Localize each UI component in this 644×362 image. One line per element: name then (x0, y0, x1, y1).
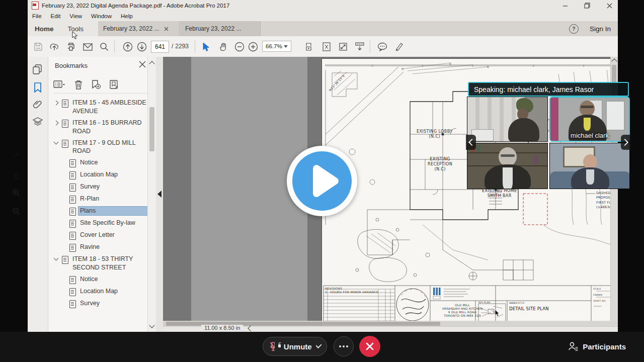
bookmark-item[interactable]: Site Specific By-law (48, 217, 148, 229)
close-button[interactable] (605, 2, 614, 10)
chevron-down-icon[interactable] (54, 256, 59, 261)
bookmark-item[interactable]: Ravine (48, 241, 148, 253)
bookmark-page-icon (69, 184, 76, 192)
bookmark-item[interactable]: Location Map (48, 169, 148, 181)
chevron-down-icon[interactable] (315, 342, 321, 348)
video-tile-4[interactable] (549, 143, 630, 189)
delete-bookmark-icon[interactable] (74, 80, 83, 89)
bookmarks-panel-icon[interactable] (32, 82, 43, 93)
highlighter-icon[interactable] (392, 40, 406, 53)
new-bookmark-icon[interactable] (92, 80, 101, 89)
video-tile-3[interactable] (467, 143, 548, 189)
collapse-pane-icon[interactable] (157, 191, 162, 198)
leave-meeting-button[interactable] (359, 336, 380, 357)
bookmark-page-icon (69, 232, 76, 240)
fit-page-icon[interactable] (320, 40, 333, 53)
tab-home[interactable]: Home (28, 25, 61, 33)
chevron-left-icon (468, 139, 475, 146)
zoom-in-icon[interactable] (12, 189, 21, 197)
attachments-icon[interactable] (32, 99, 43, 110)
next-videos-button[interactable] (621, 135, 631, 150)
fullscreen-icon[interactable] (337, 40, 350, 53)
zoom-out-icon[interactable] (12, 207, 21, 216)
find-current-bookmark-icon[interactable] (110, 80, 119, 89)
document-tab-2[interactable]: February 23, 2022 ... (180, 21, 261, 36)
video-tile-michael-clark[interactable]: michael clark (549, 97, 630, 142)
scroll-up-icon[interactable] (149, 61, 154, 66)
share-upload-icon[interactable] (48, 40, 61, 53)
bookmark-item[interactable]: Survey (48, 298, 148, 310)
menu-view[interactable]: View (65, 13, 87, 19)
menu-file[interactable]: File (28, 13, 46, 19)
bookmarks-panel: Bookmarks ITEM 15 - 45 AMBLESIDE AVENUE (48, 57, 156, 332)
page-thumbnails-icon[interactable] (32, 64, 43, 75)
page-number-input[interactable]: 641 (151, 41, 169, 53)
menu-edit[interactable]: Edit (46, 13, 65, 19)
participants-button[interactable]: Participants (568, 337, 626, 356)
restore-button[interactable] (583, 2, 592, 10)
key-plan-label: KEY PLAN (478, 301, 490, 304)
help-icon[interactable]: ? (569, 24, 579, 34)
bookmark-item[interactable]: ITEM 17 - 9 OLD MILL ROAD (48, 137, 148, 157)
bookmark-item[interactable]: R-Plan (48, 193, 148, 205)
page-size-label: 11.00 x 8.50 in (201, 325, 243, 331)
search-icon[interactable] (98, 40, 111, 53)
chevron-right-icon[interactable] (54, 120, 59, 125)
zoom-in-tool-icon[interactable] (247, 40, 260, 53)
video-play-overlay[interactable] (287, 146, 357, 216)
bookmark-item-label: Survey (80, 299, 100, 308)
chevron-right-icon (621, 139, 628, 146)
previous-videos-button[interactable] (466, 135, 476, 150)
save-icon[interactable] (32, 40, 45, 53)
bookmark-page-icon (69, 288, 76, 296)
window-title: February 23, 2022 Digital Agenda Package… (42, 3, 229, 9)
panel-scrollbar[interactable] (147, 57, 156, 332)
panel-close-icon[interactable] (139, 61, 147, 69)
video-tile-1[interactable] (467, 97, 548, 142)
bookmark-item[interactable]: Cover Letter (48, 229, 148, 241)
email-icon[interactable] (81, 40, 94, 53)
sign-in-button[interactable]: Sign In (590, 25, 611, 33)
bookmark-item[interactable]: Notice (48, 157, 148, 169)
next-page-icon[interactable] (135, 40, 148, 53)
meeting-control-bar: Unmute Participants (0, 332, 644, 362)
shirt (586, 169, 594, 185)
tab-close-icon[interactable] (164, 27, 169, 31)
reception-label: EXISTINGRECEPTION(N.C) (428, 157, 452, 172)
previous-page-icon[interactable] (121, 40, 134, 53)
menu-help[interactable]: Help (116, 13, 137, 19)
toolbar: 641 /2293 66.7% (28, 36, 618, 57)
glasses (581, 106, 594, 108)
zoom-out-tool-icon[interactable] (233, 40, 246, 53)
chevron-right-icon[interactable] (54, 101, 59, 106)
minimize-button[interactable] (560, 2, 570, 10)
zoom-level-dropdown[interactable]: 66.7% (262, 41, 291, 52)
unmute-button[interactable]: Unmute (263, 337, 327, 356)
bookmark-item[interactable]: Notice (48, 274, 148, 286)
bookmark-item[interactable]: ITEM 18 - 53 THIRTY SECOND STREET (48, 253, 148, 274)
bookmark-item-selected[interactable]: Plans (48, 205, 148, 217)
chevron-down-icon[interactable] (54, 139, 59, 144)
scroll-up-icon[interactable] (611, 58, 617, 64)
document-tab-1[interactable]: February 23, 2022 ... (98, 21, 180, 36)
page-scroll-mode-icon[interactable] (303, 40, 316, 53)
bookmark-item[interactable]: Location Map (48, 286, 148, 298)
select-tool-icon[interactable] (200, 40, 213, 53)
layers-icon[interactable] (32, 116, 43, 127)
reading-mode-icon[interactable] (353, 40, 366, 53)
more-options-button[interactable] (334, 336, 354, 356)
panel-scrollbar-thumb[interactable] (149, 107, 154, 151)
bookmark-item[interactable]: ITEM 16 - 15 BURRARD ROAD (48, 117, 148, 137)
hand-tool-icon[interactable] (216, 40, 229, 53)
pane-splitter[interactable] (156, 57, 163, 332)
more-dots-icon (339, 345, 341, 347)
comment-icon[interactable] (376, 40, 389, 53)
scroll-down-icon[interactable] (149, 322, 154, 328)
menu-window[interactable]: Window (87, 13, 116, 19)
print-icon[interactable] (64, 40, 77, 53)
bookmark-options-icon[interactable] (53, 80, 65, 89)
bookmark-item[interactable]: ITEM 15 - 45 AMBLESIDE AVENUE (48, 97, 148, 117)
bookmark-page-icon (62, 256, 68, 264)
bookmark-item[interactable]: Survey (48, 181, 148, 193)
page-number-value: 641 (155, 43, 165, 50)
